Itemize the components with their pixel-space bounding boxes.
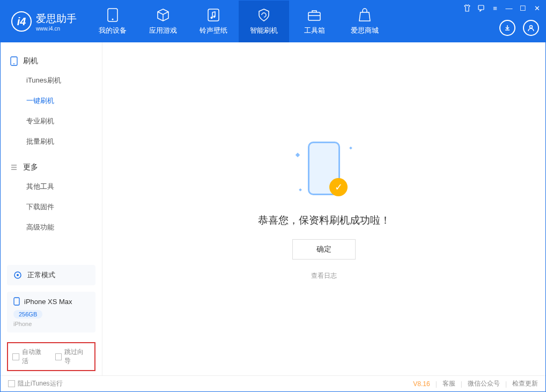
briefcase-icon	[307, 8, 322, 23]
sidebar-item-pro-flash[interactable]: 专业刷机	[1, 111, 102, 131]
close-button[interactable]: ✕	[532, 3, 542, 13]
device-icon	[13, 297, 20, 306]
svg-rect-2	[208, 9, 219, 21]
tab-store[interactable]: 爱思商城	[340, 1, 390, 42]
svg-point-9	[13, 63, 14, 64]
sidebar-item-oneclick-flash[interactable]: 一键刷机	[1, 91, 102, 111]
svg-point-7	[530, 26, 533, 28]
user-button[interactable]	[523, 20, 539, 36]
svg-rect-12	[14, 298, 19, 305]
cube-icon	[156, 8, 171, 23]
music-note-icon	[206, 8, 221, 23]
sidebar-item-other-tools[interactable]: 其他工具	[1, 176, 102, 197]
checkbox-auto-activate[interactable]: 自动激活	[12, 347, 48, 366]
main-content: ✓ 恭喜您，保资料刷机成功啦！ 确定 查看日志	[102, 42, 545, 375]
minimize-button[interactable]: —	[504, 3, 514, 13]
checkbox-block-itunes[interactable]: 阻止iTunes运行	[8, 379, 63, 388]
shirt-icon[interactable]	[462, 3, 473, 13]
shopping-bag-icon	[357, 8, 372, 23]
check-badge-icon: ✓	[329, 178, 348, 196]
svg-point-1	[112, 19, 114, 20]
check-update-link[interactable]: 检查更新	[512, 379, 538, 388]
download-button[interactable]	[499, 20, 515, 36]
feedback-icon[interactable]	[476, 3, 486, 13]
status-bar: 阻止iTunes运行 V8.16 | 客服 | 微信公众号 | 检查更新	[1, 375, 545, 391]
tab-toolbox[interactable]: 工具箱	[289, 1, 340, 42]
tab-ringtones-wallpapers[interactable]: 铃声壁纸	[188, 1, 239, 42]
success-message: 恭喜您，保资料刷机成功啦！	[258, 213, 390, 227]
device-name: iPhone XS Max	[24, 298, 72, 306]
view-log-link[interactable]: 查看日志	[311, 271, 337, 280]
app-logo: i4 爱思助手 www.i4.cn	[1, 11, 87, 32]
sidebar-group-more: 更多 其他工具 下载固件 高级功能	[1, 158, 102, 238]
shield-refresh-icon	[256, 8, 271, 23]
maximize-button[interactable]: ☐	[518, 3, 528, 13]
support-link[interactable]: 客服	[442, 379, 455, 388]
main-tabs: 我的设备 应用游戏 铃声壁纸 智能刷机 工具箱 爱思商城	[87, 1, 390, 42]
sidebar-item-download-firmware[interactable]: 下载固件	[1, 197, 102, 217]
svg-point-11	[17, 274, 19, 276]
phone-icon	[10, 56, 18, 66]
wechat-link[interactable]: 微信公众号	[468, 379, 500, 388]
list-icon	[10, 164, 18, 171]
sidebar-item-itunes-flash[interactable]: iTunes刷机	[1, 70, 102, 91]
tab-my-device[interactable]: 我的设备	[87, 1, 138, 42]
logo-icon: i4	[11, 11, 32, 32]
ok-button[interactable]: 确定	[292, 239, 356, 260]
device-info-box[interactable]: iPhone XS Max 256GB iPhone	[7, 292, 95, 332]
app-url: www.i4.cn	[36, 26, 77, 32]
svg-rect-5	[308, 12, 320, 20]
app-title: 爱思助手	[36, 12, 77, 26]
menu-icon[interactable]: ≡	[490, 3, 500, 13]
device-storage: 256GB	[13, 310, 42, 319]
checkbox-skip-guide[interactable]: 跳过向导	[55, 347, 91, 366]
svg-rect-6	[478, 5, 484, 10]
success-illustration: ✓	[292, 137, 356, 202]
window-controls: ≡ — ☐ ✕	[462, 3, 542, 13]
mode-icon	[13, 271, 22, 279]
header-actions	[499, 20, 539, 36]
sidebar-item-batch-flash[interactable]: 批量刷机	[1, 131, 102, 152]
app-header: i4 爱思助手 www.i4.cn 我的设备 应用游戏 铃声壁纸 智能刷机 工具…	[1, 1, 545, 42]
sidebar-group-flash: 刷机 iTunes刷机 一键刷机 专业刷机 批量刷机	[1, 52, 102, 152]
checkbox-row-highlight: 自动激活 跳过向导	[7, 342, 95, 371]
device-mode-box[interactable]: 正常模式	[7, 265, 95, 285]
svg-point-3	[211, 17, 213, 19]
sidebar-item-advanced[interactable]: 高级功能	[1, 217, 102, 238]
phone-icon	[105, 8, 120, 23]
sidebar-head-more: 更多	[1, 158, 102, 176]
sidebar: 刷机 iTunes刷机 一键刷机 专业刷机 批量刷机 更多 其他工具 下载固件 …	[1, 42, 102, 375]
version-label: V8.16	[413, 380, 430, 388]
sidebar-head-flash: 刷机	[1, 52, 102, 70]
tab-smart-flash[interactable]: 智能刷机	[239, 1, 289, 42]
tab-apps-games[interactable]: 应用游戏	[138, 1, 188, 42]
device-type: iPhone	[13, 321, 89, 327]
svg-point-4	[213, 16, 216, 18]
